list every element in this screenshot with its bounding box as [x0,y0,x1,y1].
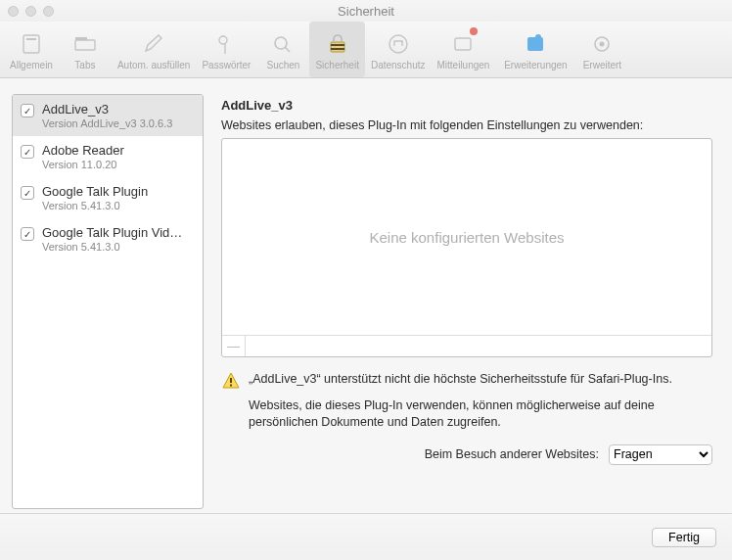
svg-rect-1 [26,38,36,40]
search-icon [270,29,296,59]
plugin-version: Version AddLive_v3 3.0.6.3 [42,117,193,129]
toolbar-item-label: Allgemein [10,60,53,70]
toolbar-mitteilungen[interactable]: Mitteilungen [432,22,496,77]
toolbar-item-label: Erweiterungen [504,60,567,70]
toolbar-item-label: Datenschutz [371,60,426,70]
toolbar-sicherheit[interactable]: Sicherheit [309,22,364,77]
plugin-name: Adobe Reader [42,143,193,158]
websites-list-footer: — [222,335,711,356]
svg-point-4 [219,36,227,44]
policy-select[interactable]: Fragen [609,444,712,465]
toolbar-suchen[interactable]: Suchen [256,22,309,77]
pencil-icon [141,29,166,59]
done-button[interactable]: Fertig [652,528,716,547]
svg-rect-3 [75,37,87,40]
toolbar-allgemein[interactable]: Allgemein [4,22,59,77]
bottom-bar: Fertig [0,513,732,560]
plugin-row-adobe-reader[interactable]: ✓ Adobe Reader Version 11.0.20 [13,136,203,177]
toolbar-tabs[interactable]: Tabs [59,22,112,77]
titlebar: Sicherheit [0,0,732,22]
toolbar-erweitert[interactable]: Erweitert [575,22,628,77]
websites-list[interactable]: Keine konfigurierten Websites — [221,138,712,357]
svg-rect-6 [331,42,344,52]
warning-text-1: „AddLive_v3“ unterstützt nicht die höchs… [249,371,712,388]
lock-icon [325,29,350,59]
detail-title: AddLive_v3 [221,98,712,113]
plugin-version: Version 11.0.20 [42,159,193,170]
plugin-version: Version 5.41.3.0 [42,200,193,211]
toolbar-item-label: Passwörter [202,60,251,70]
toolbar-item-label: Erweitert [583,60,621,70]
plugin-checkbox[interactable]: ✓ [21,227,34,241]
notifications-icon [450,29,476,59]
plugin-row-google-talk-video[interactable]: ✓ Google Talk Plugin Vid… Version 5.41.3… [13,218,203,259]
svg-rect-16 [230,385,232,387]
policy-label: Beim Besuch anderer Websites: [425,447,599,461]
security-warning: „AddLive_v3“ unterstützt nicht die höchs… [221,371,712,431]
toolbar-erweiterungen[interactable]: Erweiterungen [495,22,575,77]
toolbar-autofill[interactable]: Autom. ausfüllen [112,22,197,77]
plugin-list[interactable]: ✓ AddLive_v3 Version AddLive_v3 3.0.6.3 … [12,94,204,509]
toolbar-item-label: Tabs [74,60,95,70]
toolbar-item-label: Sicherheit [315,60,358,70]
empty-state-text: Keine konfigurierten Websites [222,139,711,335]
plugin-name: AddLive_v3 [42,102,193,117]
svg-rect-2 [75,40,95,50]
window-title: Sicherheit [0,4,732,19]
puzzle-icon [523,29,548,59]
toolbar-item-label: Suchen [266,60,299,70]
toolbar-item-label: Mitteilungen [437,60,490,70]
preferences-toolbar: Allgemein Tabs Autom. ausfüllen Passwört… [0,22,732,78]
svg-rect-7 [331,44,344,46]
plugin-row-addlive[interactable]: ✓ AddLive_v3 Version AddLive_v3 3.0.6.3 [13,95,203,136]
svg-rect-8 [331,48,344,50]
gear-icon [589,29,615,59]
toolbar-passwoerter[interactable]: Passwörter [196,22,256,77]
svg-point-14 [600,41,605,46]
detail-subtitle: Websites erlauben, dieses Plug-In mit fo… [221,118,712,132]
toolbar-datenschutz[interactable]: Datenschutz [365,22,432,77]
plugin-row-google-talk[interactable]: ✓ Google Talk Plugin Version 5.41.3.0 [13,177,203,218]
svg-rect-10 [455,38,471,50]
toolbar-item-label: Autom. ausfüllen [117,60,191,70]
svg-rect-0 [23,35,39,53]
plugin-name: Google Talk Plugin [42,184,193,199]
policy-row: Beim Besuch anderer Websites: Fragen [221,444,712,465]
svg-point-12 [535,34,541,40]
warning-icon [221,371,241,431]
remove-website-button[interactable]: — [222,336,246,356]
content-area: ✓ AddLive_v3 Version AddLive_v3 3.0.6.3 … [0,78,732,509]
svg-point-9 [389,35,407,53]
plugin-checkbox[interactable]: ✓ [21,145,34,159]
plugin-checkbox[interactable]: ✓ [21,104,34,117]
plugin-version: Version 5.41.3.0 [42,241,193,253]
key-icon [213,29,239,59]
plugin-checkbox[interactable]: ✓ [21,186,34,200]
plugin-detail: AddLive_v3 Websites erlauben, dieses Plu… [213,94,720,509]
svg-rect-11 [527,37,543,51]
privacy-hand-icon [386,29,411,59]
plugin-name: Google Talk Plugin Vid… [42,225,193,240]
warning-text-2: Websites, die dieses Plug-In verwenden, … [249,397,712,431]
tabs-icon [72,29,98,59]
general-icon [19,29,44,59]
svg-rect-15 [230,378,232,383]
